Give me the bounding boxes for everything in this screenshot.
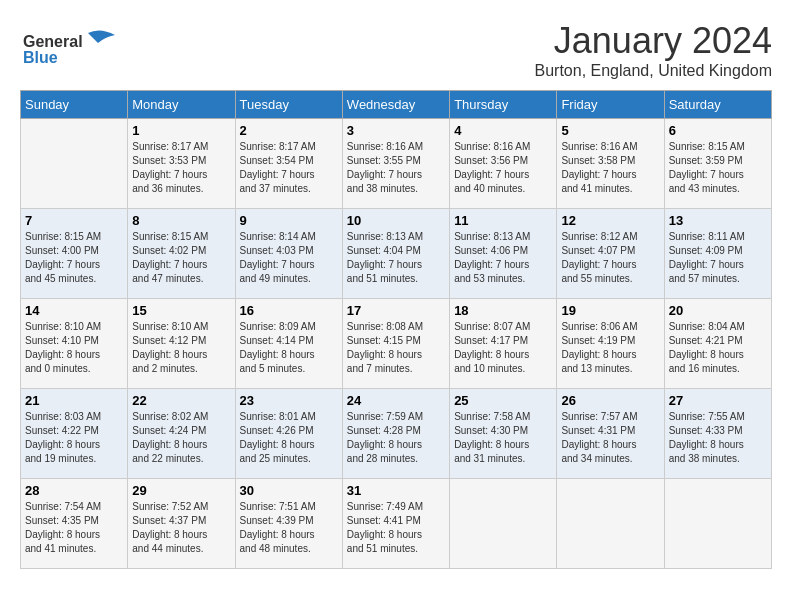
calendar-cell: 27Sunrise: 7:55 AMSunset: 4:33 PMDayligh…: [664, 389, 771, 479]
day-header-saturday: Saturday: [664, 91, 771, 119]
day-header-wednesday: Wednesday: [342, 91, 449, 119]
day-number: 22: [132, 393, 230, 408]
day-number: 17: [347, 303, 445, 318]
day-number: 25: [454, 393, 552, 408]
calendar-cell: 1Sunrise: 8:17 AMSunset: 3:53 PMDaylight…: [128, 119, 235, 209]
day-number: 10: [347, 213, 445, 228]
day-info: Sunrise: 8:13 AMSunset: 4:04 PMDaylight:…: [347, 230, 445, 286]
day-number: 23: [240, 393, 338, 408]
day-info: Sunrise: 7:52 AMSunset: 4:37 PMDaylight:…: [132, 500, 230, 556]
calendar-cell: 19Sunrise: 8:06 AMSunset: 4:19 PMDayligh…: [557, 299, 664, 389]
day-info: Sunrise: 8:15 AMSunset: 4:00 PMDaylight:…: [25, 230, 123, 286]
day-number: 30: [240, 483, 338, 498]
calendar-cell: 20Sunrise: 8:04 AMSunset: 4:21 PMDayligh…: [664, 299, 771, 389]
day-info: Sunrise: 8:17 AMSunset: 3:53 PMDaylight:…: [132, 140, 230, 196]
calendar-cell: 17Sunrise: 8:08 AMSunset: 4:15 PMDayligh…: [342, 299, 449, 389]
day-number: 28: [25, 483, 123, 498]
calendar-cell: 18Sunrise: 8:07 AMSunset: 4:17 PMDayligh…: [450, 299, 557, 389]
calendar-cell: [557, 479, 664, 569]
calendar-cell: 9Sunrise: 8:14 AMSunset: 4:03 PMDaylight…: [235, 209, 342, 299]
day-info: Sunrise: 8:10 AMSunset: 4:12 PMDaylight:…: [132, 320, 230, 376]
day-number: 27: [669, 393, 767, 408]
calendar-cell: 25Sunrise: 7:58 AMSunset: 4:30 PMDayligh…: [450, 389, 557, 479]
day-info: Sunrise: 8:09 AMSunset: 4:14 PMDaylight:…: [240, 320, 338, 376]
day-number: 29: [132, 483, 230, 498]
day-header-thursday: Thursday: [450, 91, 557, 119]
day-info: Sunrise: 7:57 AMSunset: 4:31 PMDaylight:…: [561, 410, 659, 466]
day-number: 1: [132, 123, 230, 138]
day-info: Sunrise: 8:14 AMSunset: 4:03 PMDaylight:…: [240, 230, 338, 286]
calendar-cell: 21Sunrise: 8:03 AMSunset: 4:22 PMDayligh…: [21, 389, 128, 479]
week-row-2: 7Sunrise: 8:15 AMSunset: 4:00 PMDaylight…: [21, 209, 772, 299]
day-info: Sunrise: 8:16 AMSunset: 3:56 PMDaylight:…: [454, 140, 552, 196]
day-info: Sunrise: 8:07 AMSunset: 4:17 PMDaylight:…: [454, 320, 552, 376]
header-row: SundayMondayTuesdayWednesdayThursdayFrid…: [21, 91, 772, 119]
day-info: Sunrise: 7:51 AMSunset: 4:39 PMDaylight:…: [240, 500, 338, 556]
day-number: 14: [25, 303, 123, 318]
day-info: Sunrise: 8:15 AMSunset: 3:59 PMDaylight:…: [669, 140, 767, 196]
day-number: 16: [240, 303, 338, 318]
calendar-cell: [21, 119, 128, 209]
calendar-cell: 30Sunrise: 7:51 AMSunset: 4:39 PMDayligh…: [235, 479, 342, 569]
day-header-friday: Friday: [557, 91, 664, 119]
day-info: Sunrise: 8:11 AMSunset: 4:09 PMDaylight:…: [669, 230, 767, 286]
calendar-cell: 4Sunrise: 8:16 AMSunset: 3:56 PMDaylight…: [450, 119, 557, 209]
calendar-cell: 28Sunrise: 7:54 AMSunset: 4:35 PMDayligh…: [21, 479, 128, 569]
calendar-cell: 12Sunrise: 8:12 AMSunset: 4:07 PMDayligh…: [557, 209, 664, 299]
day-info: Sunrise: 7:59 AMSunset: 4:28 PMDaylight:…: [347, 410, 445, 466]
calendar-cell: 11Sunrise: 8:13 AMSunset: 4:06 PMDayligh…: [450, 209, 557, 299]
week-row-3: 14Sunrise: 8:10 AMSunset: 4:10 PMDayligh…: [21, 299, 772, 389]
calendar-cell: 8Sunrise: 8:15 AMSunset: 4:02 PMDaylight…: [128, 209, 235, 299]
calendar-cell: 2Sunrise: 8:17 AMSunset: 3:54 PMDaylight…: [235, 119, 342, 209]
day-number: 13: [669, 213, 767, 228]
day-header-sunday: Sunday: [21, 91, 128, 119]
day-number: 3: [347, 123, 445, 138]
week-row-4: 21Sunrise: 8:03 AMSunset: 4:22 PMDayligh…: [21, 389, 772, 479]
calendar-cell: 7Sunrise: 8:15 AMSunset: 4:00 PMDaylight…: [21, 209, 128, 299]
day-info: Sunrise: 8:04 AMSunset: 4:21 PMDaylight:…: [669, 320, 767, 376]
day-number: 7: [25, 213, 123, 228]
day-info: Sunrise: 8:10 AMSunset: 4:10 PMDaylight:…: [25, 320, 123, 376]
day-header-tuesday: Tuesday: [235, 91, 342, 119]
location-title: Burton, England, United Kingdom: [535, 62, 772, 80]
calendar-cell: 22Sunrise: 8:02 AMSunset: 4:24 PMDayligh…: [128, 389, 235, 479]
day-info: Sunrise: 7:54 AMSunset: 4:35 PMDaylight:…: [25, 500, 123, 556]
calendar-cell: 5Sunrise: 8:16 AMSunset: 3:58 PMDaylight…: [557, 119, 664, 209]
day-info: Sunrise: 8:15 AMSunset: 4:02 PMDaylight:…: [132, 230, 230, 286]
day-number: 12: [561, 213, 659, 228]
calendar-cell: 3Sunrise: 8:16 AMSunset: 3:55 PMDaylight…: [342, 119, 449, 209]
day-number: 21: [25, 393, 123, 408]
title-area: January 2024 Burton, England, United Kin…: [535, 20, 772, 80]
day-number: 26: [561, 393, 659, 408]
calendar-cell: 10Sunrise: 8:13 AMSunset: 4:04 PMDayligh…: [342, 209, 449, 299]
calendar-cell: 16Sunrise: 8:09 AMSunset: 4:14 PMDayligh…: [235, 299, 342, 389]
calendar-cell: 6Sunrise: 8:15 AMSunset: 3:59 PMDaylight…: [664, 119, 771, 209]
calendar-cell: [664, 479, 771, 569]
day-info: Sunrise: 7:49 AMSunset: 4:41 PMDaylight:…: [347, 500, 445, 556]
day-number: 4: [454, 123, 552, 138]
day-header-monday: Monday: [128, 91, 235, 119]
day-number: 20: [669, 303, 767, 318]
day-info: Sunrise: 8:06 AMSunset: 4:19 PMDaylight:…: [561, 320, 659, 376]
calendar-table: SundayMondayTuesdayWednesdayThursdayFrid…: [20, 90, 772, 569]
day-info: Sunrise: 7:55 AMSunset: 4:33 PMDaylight:…: [669, 410, 767, 466]
day-info: Sunrise: 8:12 AMSunset: 4:07 PMDaylight:…: [561, 230, 659, 286]
calendar-cell: 24Sunrise: 7:59 AMSunset: 4:28 PMDayligh…: [342, 389, 449, 479]
day-number: 8: [132, 213, 230, 228]
day-info: Sunrise: 8:16 AMSunset: 3:55 PMDaylight:…: [347, 140, 445, 196]
day-info: Sunrise: 8:03 AMSunset: 4:22 PMDaylight:…: [25, 410, 123, 466]
day-info: Sunrise: 7:58 AMSunset: 4:30 PMDaylight:…: [454, 410, 552, 466]
day-info: Sunrise: 8:02 AMSunset: 4:24 PMDaylight:…: [132, 410, 230, 466]
day-number: 6: [669, 123, 767, 138]
day-info: Sunrise: 8:16 AMSunset: 3:58 PMDaylight:…: [561, 140, 659, 196]
calendar-cell: [450, 479, 557, 569]
day-number: 9: [240, 213, 338, 228]
month-title: January 2024: [535, 20, 772, 62]
svg-text:Blue: Blue: [23, 49, 58, 66]
day-info: Sunrise: 8:17 AMSunset: 3:54 PMDaylight:…: [240, 140, 338, 196]
calendar-cell: 13Sunrise: 8:11 AMSunset: 4:09 PMDayligh…: [664, 209, 771, 299]
day-info: Sunrise: 8:13 AMSunset: 4:06 PMDaylight:…: [454, 230, 552, 286]
calendar-cell: 26Sunrise: 7:57 AMSunset: 4:31 PMDayligh…: [557, 389, 664, 479]
day-info: Sunrise: 8:08 AMSunset: 4:15 PMDaylight:…: [347, 320, 445, 376]
calendar-cell: 23Sunrise: 8:01 AMSunset: 4:26 PMDayligh…: [235, 389, 342, 479]
